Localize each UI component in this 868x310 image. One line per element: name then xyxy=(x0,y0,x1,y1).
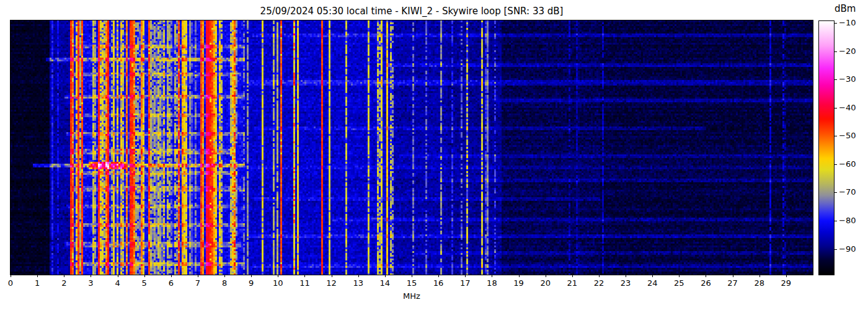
colorbar xyxy=(818,20,835,275)
x-tick-label: 23 xyxy=(621,278,631,288)
x-tick-mark xyxy=(144,275,145,277)
x-tick-label: 20 xyxy=(540,278,551,288)
colorbar-tick-label: −70 xyxy=(839,187,856,197)
x-tick-mark xyxy=(118,275,118,277)
x-tick-label: 14 xyxy=(380,278,391,288)
colorbar-unit-label: dBm xyxy=(835,3,856,14)
x-tick-label: 12 xyxy=(326,278,337,288)
x-tick-mark xyxy=(599,275,600,277)
x-tick-mark xyxy=(171,275,172,277)
x-tick-mark xyxy=(224,275,225,277)
x-tick-label: 21 xyxy=(567,278,578,288)
colorbar-tick-label: −50 xyxy=(839,131,856,141)
colorbar-tick-mark xyxy=(834,23,837,24)
waterfall-plot-frame xyxy=(10,20,813,275)
colorbar-tick-mark xyxy=(834,164,837,165)
colorbar-tick-label: −90 xyxy=(839,244,856,254)
x-tick-mark xyxy=(332,275,332,277)
x-axis-label: MHz xyxy=(11,291,813,301)
x-tick-label: 9 xyxy=(249,278,254,288)
colorbar-tick-label: −60 xyxy=(839,159,856,169)
x-tick-label: 6 xyxy=(169,278,174,288)
x-tick-mark xyxy=(358,275,359,277)
x-tick-mark xyxy=(652,275,653,277)
x-tick-mark xyxy=(679,275,680,277)
x-tick-mark xyxy=(304,275,305,277)
colorbar-tick-mark xyxy=(834,192,837,193)
waterfall-canvas xyxy=(11,20,813,275)
x-tick-label: 25 xyxy=(674,278,684,288)
colorbar-tick-label: −80 xyxy=(839,216,856,226)
colorbar-tick-mark xyxy=(834,108,837,108)
x-tick-mark xyxy=(37,275,38,277)
x-tick-mark xyxy=(91,275,91,277)
x-tick-mark xyxy=(786,275,787,277)
x-tick-mark xyxy=(278,275,278,277)
x-tick-label: 19 xyxy=(513,278,524,288)
plot-title: 25/09/2024 05:30 local time - KIWI_2 - S… xyxy=(11,6,813,17)
x-tick-label: 26 xyxy=(701,278,711,288)
x-tick-label: 7 xyxy=(195,278,200,288)
x-tick-label: 24 xyxy=(647,278,658,288)
x-tick-label: 28 xyxy=(754,278,764,288)
x-tick-mark xyxy=(706,275,706,277)
x-tick-label: 2 xyxy=(61,278,66,288)
x-tick-label: 27 xyxy=(727,278,738,288)
x-tick-label: 10 xyxy=(273,278,283,288)
colorbar-tick-mark xyxy=(834,221,837,221)
x-tick-label: 15 xyxy=(407,278,417,288)
x-tick-mark xyxy=(412,275,412,277)
x-tick-mark xyxy=(733,275,733,277)
colorbar-tick-label: −20 xyxy=(839,46,856,56)
x-tick-mark xyxy=(760,275,760,277)
x-tick-mark xyxy=(198,275,198,277)
x-tick-mark xyxy=(519,275,520,277)
x-tick-label: 5 xyxy=(142,278,147,288)
colorbar-tick-label: −40 xyxy=(839,103,856,113)
x-tick-label: 18 xyxy=(487,278,497,288)
colorbar-tick-mark xyxy=(834,249,837,250)
x-tick-mark xyxy=(546,275,546,277)
x-tick-label: 16 xyxy=(433,278,444,288)
x-tick-label: 3 xyxy=(88,278,93,288)
x-tick-label: 8 xyxy=(222,278,227,288)
x-tick-mark xyxy=(251,275,252,277)
spectrogram-figure: 25/09/2024 05:30 local time - KIWI_2 - S… xyxy=(0,0,868,310)
colorbar-tick-label: −10 xyxy=(839,18,856,28)
x-tick-mark xyxy=(465,275,466,277)
x-tick-label: 13 xyxy=(353,278,363,288)
x-tick-mark xyxy=(11,275,11,277)
x-tick-label: 17 xyxy=(460,278,471,288)
colorbar-tick-mark xyxy=(834,51,837,52)
colorbar-tick-mark xyxy=(834,79,837,80)
x-tick-label: 11 xyxy=(299,278,310,288)
x-tick-label: 0 xyxy=(8,278,13,288)
x-tick-mark xyxy=(492,275,492,277)
x-tick-mark xyxy=(572,275,573,277)
x-tick-mark xyxy=(626,275,626,277)
x-tick-mark xyxy=(438,275,439,277)
colorbar-tick-mark xyxy=(834,136,837,136)
x-tick-label: 4 xyxy=(115,278,120,288)
x-tick-label: 22 xyxy=(594,278,604,288)
x-tick-label: 29 xyxy=(781,278,792,288)
colorbar-tick-label: −30 xyxy=(839,74,856,84)
x-tick-mark xyxy=(64,275,64,277)
x-tick-mark xyxy=(385,275,386,277)
x-tick-label: 1 xyxy=(35,278,40,288)
